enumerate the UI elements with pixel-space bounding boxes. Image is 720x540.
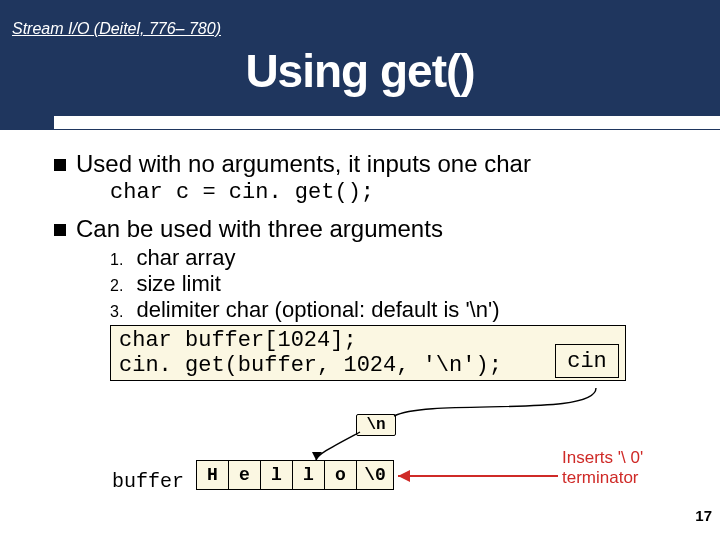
buffer-diagram: buffer H e l l o \0 Inserts '\ 0' termin…: [108, 430, 678, 540]
bullet-2: Can be used with three arguments: [54, 215, 666, 243]
note-line-2: terminator: [562, 468, 639, 487]
slide: Stream I/O (Deitel, 776– 780) Using get(…: [0, 0, 720, 540]
newline-marker: \n: [356, 414, 396, 436]
list-text: size limit: [136, 271, 220, 296]
cell: e: [228, 460, 260, 490]
content-area: Used with no arguments, it inputs one ch…: [54, 150, 666, 381]
accent-block: [0, 116, 54, 130]
list-text: char array: [136, 245, 235, 270]
note-line-1: Inserts '\ 0': [562, 448, 643, 467]
bullet-2-text: Can be used with three arguments: [76, 215, 443, 243]
cell: o: [324, 460, 356, 490]
bullet-1: Used with no arguments, it inputs one ch…: [54, 150, 666, 178]
bullet-1-code: char c = cin. get();: [110, 180, 666, 205]
buffer-label: buffer: [112, 470, 184, 493]
list-num: 1.: [110, 251, 132, 269]
cell: l: [292, 460, 324, 490]
terminator-note: Inserts '\ 0' terminator: [562, 448, 643, 487]
header-band: Stream I/O (Deitel, 776– 780) Using get(…: [0, 0, 720, 116]
bullet-1-text: Used with no arguments, it inputs one ch…: [76, 150, 531, 178]
page-number: 17: [695, 507, 712, 524]
slide-title: Using get(): [0, 44, 720, 98]
list-item: 3. delimiter char (optional: default is …: [110, 297, 630, 323]
cell: l: [260, 460, 292, 490]
bullet-marker: [54, 159, 66, 171]
code-line-1: char buffer[1024];: [119, 328, 617, 353]
cell: \0: [356, 460, 394, 490]
cin-box: cin: [555, 344, 619, 378]
ordered-list: 1. char array 2. size limit 3. delimiter…: [110, 245, 630, 323]
code-box: char buffer[1024]; cin. get(buffer, 1024…: [110, 325, 626, 381]
bullet-marker: [54, 224, 66, 236]
buffer-cells: H e l l o \0: [196, 460, 394, 490]
header-rule: [0, 129, 720, 130]
list-num: 2.: [110, 277, 132, 295]
breadcrumb: Stream I/O (Deitel, 776– 780): [12, 20, 221, 38]
list-num: 3.: [110, 303, 132, 321]
list-text: delimiter char (optional: default is '\n…: [136, 297, 499, 322]
cell: H: [196, 460, 228, 490]
list-item: 1. char array: [110, 245, 630, 271]
code-line-2: cin. get(buffer, 1024, '\n');: [119, 353, 617, 378]
list-item: 2. size limit: [110, 271, 630, 297]
